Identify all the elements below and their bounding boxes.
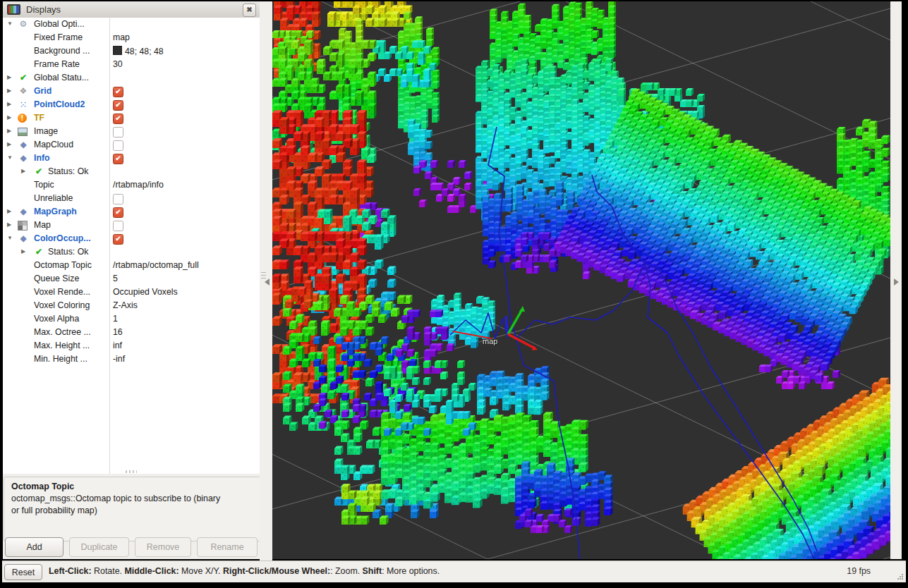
tree-row[interactable]: Queue Size5 <box>3 272 260 286</box>
tree-row[interactable]: Fixed Framemap <box>3 31 260 44</box>
check-icon: ✔ <box>33 166 44 177</box>
diamond-icon: ◆ <box>18 207 29 217</box>
displays-tree[interactable]: ▼⚙Global Opti...Fixed FramemapBackground… <box>3 18 260 474</box>
right-panel-splitter[interactable] <box>890 1 902 559</box>
tree-row[interactable]: ▶◆MapCloud <box>3 138 260 152</box>
tree-row[interactable]: Max. Height ...inf <box>3 339 260 353</box>
row-checkbox[interactable] <box>113 194 123 204</box>
row-label: Voxel Coloring <box>34 300 90 310</box>
row-value[interactable]: 16 <box>113 327 123 337</box>
tree-row[interactable]: ▶Image <box>3 125 260 138</box>
row-label: Octomap Topic <box>34 260 92 270</box>
row-checkbox[interactable]: ✔ <box>113 100 123 111</box>
row-checkbox[interactable] <box>113 221 123 231</box>
color-swatch <box>113 46 122 55</box>
expand-arrow-icon[interactable]: ▼ <box>7 154 13 161</box>
tree-row[interactable]: Voxel Rende...Occupied Voxels <box>3 286 260 299</box>
tree-row[interactable]: ▶Map <box>3 219 260 232</box>
row-value[interactable]: 48; 48; 48 <box>113 46 164 56</box>
gear-icon: ⚙ <box>18 19 29 30</box>
row-checkbox[interactable]: ✔ <box>113 114 123 124</box>
tree-row[interactable]: ▶✔Global Statu... <box>3 71 260 85</box>
tree-splitter-handle[interactable] <box>126 470 137 473</box>
tree-row[interactable]: Background ...48; 48; 48 <box>3 44 260 58</box>
row-value[interactable]: map <box>113 32 130 42</box>
diamond-icon: ◆ <box>18 233 29 244</box>
row-label: Queue Size <box>34 274 79 283</box>
row-checkbox[interactable]: ✔ <box>113 87 123 97</box>
tree-row[interactable]: Voxel Alpha1 <box>3 312 260 326</box>
row-label: Background ... <box>34 46 90 56</box>
row-label: Max. Octree ... <box>34 327 91 337</box>
tree-row[interactable]: ▼◆Info✔ <box>3 152 260 165</box>
displays-panel-icon <box>7 4 20 15</box>
row-label: Global Opti... <box>34 19 85 29</box>
panel-title: Displays <box>26 4 61 15</box>
image-icon <box>18 128 28 136</box>
expand-arrow-icon[interactable]: ▶ <box>7 114 11 121</box>
panel-titlebar[interactable]: Displays ✖ <box>3 1 260 18</box>
row-label: Voxel Alpha <box>34 314 79 324</box>
row-value[interactable]: 5 <box>113 274 118 283</box>
3d-viewport[interactable] <box>272 1 890 559</box>
row-checkbox[interactable]: ✔ <box>113 154 123 164</box>
tree-row[interactable]: Octomap Topic/rtabmap/octomap_full <box>3 259 260 272</box>
row-value[interactable]: Z-Axis <box>113 300 138 310</box>
tree-row[interactable]: ▶❖Grid✔ <box>3 85 260 98</box>
tree-row[interactable]: Frame Rate30 <box>3 58 260 71</box>
expand-arrow-icon[interactable]: ▶ <box>21 248 25 255</box>
expand-arrow-icon[interactable]: ▶ <box>7 101 11 107</box>
expand-arrow-icon[interactable]: ▶ <box>7 128 11 134</box>
row-value[interactable]: Occupied Voxels <box>113 287 178 297</box>
resize-grip-icon[interactable] <box>897 573 904 580</box>
expand-arrow-icon[interactable]: ▶ <box>7 221 11 228</box>
tree-row[interactable]: ▶!TF✔ <box>3 111 260 125</box>
row-label: Image <box>34 126 58 136</box>
duplicate-button: Duplicate <box>69 537 129 557</box>
row-value[interactable]: inf <box>113 341 122 350</box>
tree-row[interactable]: ▶✔Status: Ok <box>3 245 260 259</box>
row-value[interactable]: /rtabmap/octomap_full <box>113 260 199 270</box>
expand-arrow-icon[interactable]: ▶ <box>7 208 11 214</box>
tree-row[interactable]: Max. Octree ...16 <box>3 326 260 339</box>
tree-row[interactable]: Topic/rtabmap/info <box>3 178 260 192</box>
rename-button: Rename <box>197 537 258 557</box>
tree-row[interactable]: Voxel ColoringZ-Axis <box>3 299 260 312</box>
map-icon <box>18 221 28 231</box>
tree-row[interactable]: ▼◆ColorOccup...✔ <box>3 232 260 245</box>
tree-row[interactable]: ▶⁙PointCloud2✔ <box>3 98 260 111</box>
row-value[interactable]: /rtabmap/info <box>113 180 164 190</box>
collapse-right-icon[interactable] <box>894 278 899 286</box>
row-checkbox[interactable] <box>113 127 123 137</box>
property-help-box: Octomap Topic octomap_msgs::Octomap topi… <box>4 477 272 541</box>
panel-splitter[interactable] <box>260 1 272 561</box>
tree-row[interactable]: ▶✔Status: Ok <box>3 165 260 178</box>
tree-row[interactable]: ▶◆MapGraph✔ <box>3 205 260 219</box>
row-label: Min. Height ... <box>34 354 87 364</box>
tree-row[interactable]: Unreliable <box>3 192 260 205</box>
tree-row[interactable]: ▼⚙Global Opti... <box>3 18 260 31</box>
row-checkbox[interactable] <box>113 140 123 151</box>
close-icon[interactable]: ✖ <box>243 4 256 17</box>
row-label: Info <box>34 153 50 163</box>
add-button[interactable]: Add <box>5 537 63 557</box>
row-value[interactable]: 30 <box>113 59 123 69</box>
expand-arrow-icon[interactable]: ▶ <box>7 74 11 80</box>
expand-arrow-icon[interactable]: ▶ <box>21 168 25 174</box>
row-checkbox[interactable]: ✔ <box>113 234 123 245</box>
expand-arrow-icon[interactable]: ▼ <box>7 20 13 27</box>
row-value[interactable]: -inf <box>113 354 125 364</box>
expand-arrow-icon[interactable]: ▶ <box>7 87 11 94</box>
tree-row[interactable]: Min. Height ...-inf <box>3 353 260 366</box>
expand-arrow-icon[interactable]: ▼ <box>7 235 13 241</box>
displays-panel: Displays ✖ ▼⚙Global Opti...Fixed Framema… <box>3 1 260 559</box>
check-icon: ✔ <box>18 73 29 83</box>
collapse-left-icon[interactable] <box>265 278 270 286</box>
row-checkbox[interactable]: ✔ <box>113 207 123 218</box>
panel-buttons: AddDuplicateRemoveRename <box>5 537 258 557</box>
expand-arrow-icon[interactable]: ▶ <box>7 141 11 147</box>
reset-button[interactable]: Reset <box>4 564 42 580</box>
row-label: Unreliable <box>34 193 73 203</box>
splitter-handle-icon[interactable] <box>261 272 266 278</box>
row-value[interactable]: 1 <box>113 314 118 324</box>
